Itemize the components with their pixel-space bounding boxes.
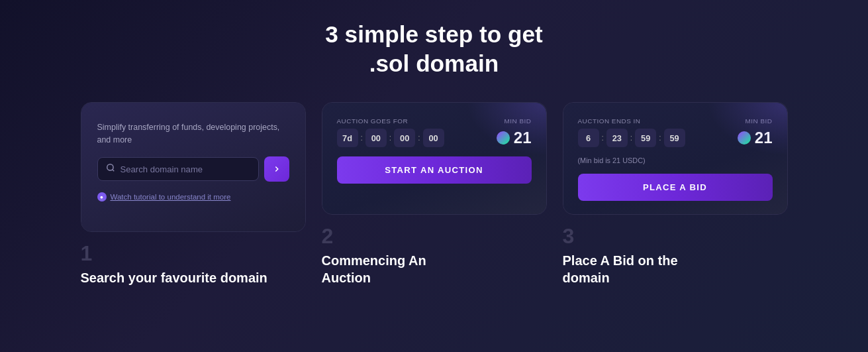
search-input-wrap[interactable] [97,157,259,181]
step-1-footer: 1 Search your favourite domain [81,232,306,286]
auction-goes-for-label: AUCTION GOES FOR [337,117,444,125]
step-1-card: Simplify transferring of funds, developi… [81,102,306,232]
auction-ends-col: AUCTION ENDS IN 6 : 23 : 59 : 59 [578,117,685,147]
info-icon: ● [97,192,107,202]
step-2-number: 2 [322,225,547,247]
step-3-card: AUCTION ENDS IN 6 : 23 : 59 : 59 MIN BID [563,102,788,215]
sol-icon-2 [497,131,510,145]
auction-top-row-3: AUCTION ENDS IN 6 : 23 : 59 : 59 MIN BID [578,117,773,147]
timer-minutes-2: 00 [394,129,415,147]
timer-row-3: 6 : 23 : 59 : 59 [578,129,685,147]
start-auction-button[interactable]: START AN AUCTION [337,156,532,184]
min-bid-value-2: 21 [497,129,532,147]
timer-minutes-3: 59 [635,129,656,147]
step-2-title: Commencing An Auction [322,252,547,286]
step-1-title: Search your favourite domain [81,269,306,286]
place-bid-button[interactable]: PLACE A BID [578,174,773,201]
step-1-subtitle: Simplify transferring of funds, developi… [97,121,289,146]
search-button[interactable] [264,156,289,182]
step-2-inner: AUCTION GOES FOR 7d : 00 : 00 : 00 MIN B… [322,103,546,214]
step-2-card: AUCTION GOES FOR 7d : 00 : 00 : 00 MIN B… [322,102,547,215]
step-3-title: Place A Bid on the domain [563,252,788,286]
min-bid-col-3: MIN BID 21 [738,117,773,147]
min-bid-label-3: MIN BID [738,117,773,125]
step-2-wrapper: AUCTION GOES FOR 7d : 00 : 00 : 00 MIN B… [322,102,547,286]
min-bid-value-3: 21 [738,129,773,147]
min-bid-col-2: MIN BID 21 [497,117,532,147]
step-3-inner: AUCTION ENDS IN 6 : 23 : 59 : 59 MIN BID [563,103,787,214]
timer-seconds-2: 00 [423,129,444,147]
step-3-footer: 3 Place A Bid on the domain [563,215,788,286]
timer-row-2: 7d : 00 : 00 : 00 [337,129,444,147]
timer-days-2: 7d [337,129,358,147]
auction-ends-label: AUCTION ENDS IN [578,117,685,125]
watch-tutorial-link[interactable]: ● Watch tutorial to understand it more [97,192,289,202]
auction-goes-for-col: AUCTION GOES FOR 7d : 00 : 00 : 00 [337,117,444,147]
auction-top-row: AUCTION GOES FOR 7d : 00 : 00 : 00 MIN B… [337,117,532,147]
min-bid-label-2: MIN BID [497,117,532,125]
timer-days-3: 6 [578,129,599,147]
step-2-footer: 2 Commencing An Auction [322,215,547,286]
steps-container: Simplify transferring of funds, developi… [70,102,798,286]
step-3-number: 3 [563,225,788,247]
svg-point-0 [107,164,113,170]
page-title: 3 simple step to get .sol domain [325,20,543,78]
svg-line-1 [112,170,114,172]
step-1-number: 1 [81,243,306,264]
step-1-wrapper: Simplify transferring of funds, developi… [81,102,306,286]
timer-hours-3: 23 [606,129,628,147]
timer-seconds-3: 59 [664,129,685,147]
min-bid-note: (Min bid is 21 USDC) [578,156,773,164]
timer-hours-2: 00 [365,129,387,147]
step-1-inner: Simplify transferring of funds, developi… [81,103,305,231]
search-icon [106,163,115,175]
sol-icon-3 [738,131,751,145]
search-input[interactable] [121,164,250,174]
search-row [97,156,289,182]
step-3-wrapper: AUCTION ENDS IN 6 : 23 : 59 : 59 MIN BID [563,102,788,286]
